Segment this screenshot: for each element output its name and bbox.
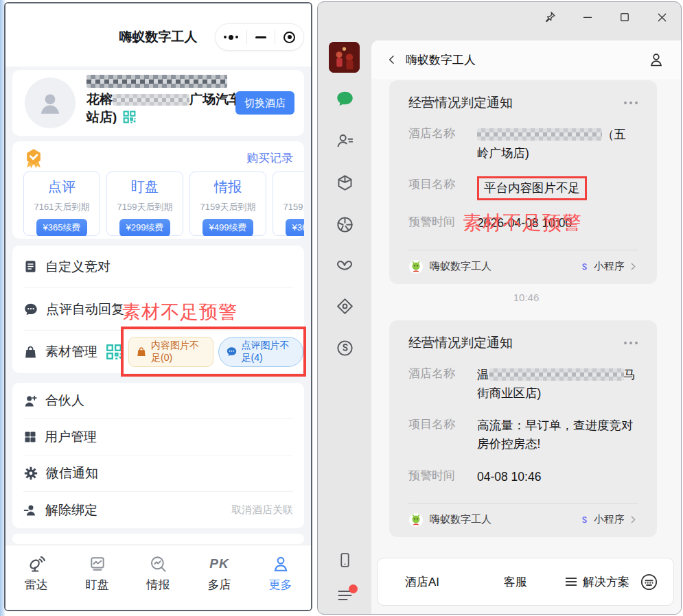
grid-icon <box>23 430 37 444</box>
renew-button[interactable]: ¥365续费 <box>286 219 304 236</box>
menu-item-unbind[interactable]: 解除绑定 取消酒店关联 <box>23 492 293 528</box>
annotation-warning-text: 素材不足预警 <box>122 300 238 324</box>
chart-square-icon <box>89 554 106 574</box>
hotel-name-value: （五岭广场店) <box>477 126 638 163</box>
keyboard-toggle-icon[interactable] <box>640 573 658 591</box>
card-expiry: 7161天后到期 <box>24 201 100 213</box>
tab-label: 盯盘 <box>86 577 109 593</box>
menu-item-custom-competitor[interactable]: 自定义竞对 <box>23 246 293 288</box>
renew-button[interactable]: ¥499续费 <box>202 219 254 236</box>
purchase-history-link[interactable]: 购买记录 <box>246 150 293 166</box>
tab-qingbao[interactable]: 情报 <box>128 554 189 610</box>
more-icon[interactable] <box>624 342 638 344</box>
switch-hotel-button[interactable]: 切换酒店 <box>235 91 294 115</box>
more-options-icon[interactable] <box>224 35 238 40</box>
membership-card-row: 点评 7161天后到期 ¥365续费 盯盘 7159天后到期 ¥299续费 情报… <box>23 171 304 236</box>
hotel-name-tail: 广场汽车 <box>189 92 242 106</box>
close-icon[interactable] <box>283 32 295 43</box>
unbind-hotel-link[interactable]: 取消酒店关联 <box>231 504 293 517</box>
profile-person-icon[interactable] <box>648 51 664 68</box>
person-icon <box>272 554 290 574</box>
chevron-right-icon <box>629 515 638 524</box>
miniprogram-body: 花榕广场汽车站店) 切换酒店 购买记录 点评 <box>5 67 311 610</box>
menu-solutions[interactable]: 解决方案 <box>566 574 629 590</box>
card-title: 点评 <box>24 178 100 196</box>
miniprogram-icon[interactable] <box>336 339 354 357</box>
chat-bubble-icon <box>226 346 238 357</box>
chat-bubble-icon <box>23 302 38 317</box>
contacts-icon[interactable] <box>336 132 354 150</box>
tab-multi-store[interactable]: PK 多店 <box>189 554 250 610</box>
pin-icon[interactable] <box>543 10 557 24</box>
live-icon[interactable] <box>336 297 354 316</box>
user-avatar[interactable] <box>25 78 76 128</box>
field-label: 酒店名称 <box>408 366 477 403</box>
chevron-right-icon <box>629 262 638 271</box>
footer-app-name: 嗨蚁数字工人 <box>430 513 491 526</box>
menu-customer-service[interactable]: 客服 <box>504 574 527 590</box>
menu-item-user-management[interactable]: 用户管理 <box>23 419 293 455</box>
menu-item-label: 解除绑定 <box>45 501 97 519</box>
tab-more[interactable]: 更多 <box>250 554 311 610</box>
field-label: 酒店名称 <box>408 126 477 163</box>
membership-card-dianping[interactable]: 点评 7161天后到期 ¥365续费 <box>23 171 100 236</box>
miniprogram-link[interactable]: 小程序 <box>579 513 638 526</box>
gear-icon <box>23 466 38 481</box>
project-value: 高流量：早订单，查进度竞对房价控房态! <box>477 416 638 453</box>
menu-item-wechat-notification[interactable]: 微信通知 <box>23 455 293 492</box>
menu-item-label: 微信通知 <box>46 464 98 482</box>
qr-code-icon[interactable] <box>122 110 137 124</box>
tab-bar: 雷达 盯盘 <box>5 545 311 610</box>
renew-button[interactable]: ¥299续费 <box>119 219 171 236</box>
tab-label: 多店 <box>208 577 231 593</box>
field-label: 项目名称 <box>408 416 477 453</box>
card-footer[interactable]: 嗨蚁数字工人 小程序 <box>408 250 638 274</box>
tab-radar[interactable]: 雷达 <box>5 554 67 610</box>
back-icon[interactable] <box>386 54 397 65</box>
hotel-name-prefix: 花榕 <box>86 92 113 106</box>
moments-icon[interactable] <box>336 215 354 234</box>
card-footer[interactable]: 嗨蚁数字工人 小程序 <box>408 504 638 528</box>
more-icon[interactable] <box>624 102 638 104</box>
renew-button[interactable]: ¥365续费 <box>36 219 88 236</box>
person-minus-icon <box>23 503 38 517</box>
collections-icon[interactable] <box>336 174 354 192</box>
menu-hotel-ai[interactable]: 酒店AI <box>405 574 439 590</box>
minimize-icon[interactable] <box>255 36 266 38</box>
notification-card[interactable]: 经营情况判定通知 酒店名称 温马街商业区店) 项目名称 高流量：早订单，查进度竞… <box>389 320 657 537</box>
project-name-row: 项目名称 高流量：早订单，查进度竞对房价控房态! <box>408 416 638 453</box>
review-image-warning-pill[interactable]: 点评图片不足(4) <box>218 337 303 367</box>
menu-item-label: 合伙人 <box>45 392 84 410</box>
close-icon[interactable] <box>656 11 669 24</box>
sidebar-icons <box>318 90 371 357</box>
card-title: 预 <box>273 178 304 196</box>
maximize-icon[interactable] <box>618 11 631 23</box>
profile-card: 花榕广场汽车站店) 切换酒店 <box>12 70 304 136</box>
card-title: 盯盘 <box>107 178 183 196</box>
membership-card-dingpan[interactable]: 盯盘 7159天后到期 ¥299续费 <box>106 171 183 236</box>
submenu-icon <box>566 578 577 586</box>
pill-label: 点评图片不足(4) <box>242 340 296 364</box>
phone-icon[interactable] <box>336 552 354 569</box>
notification-card[interactable]: 经营情况判定通知 酒店名称 （五岭广场店) 项目名称 平台内容图片不足 预警时间… <box>389 80 657 284</box>
field-label: 项目名称 <box>408 176 477 200</box>
menu-item-label: 素材管理 <box>45 343 97 361</box>
menu-icon[interactable] <box>336 589 354 602</box>
menu-item-partner[interactable]: 合伙人 <box>23 383 293 419</box>
membership-card-partial[interactable]: 预 7159天后到期 ¥365续费 <box>273 171 304 236</box>
radar-icon <box>27 554 46 574</box>
hotel-name-value: 温马街商业区店) <box>477 366 638 403</box>
user-avatar[interactable] <box>329 42 360 73</box>
miniprogram-link[interactable]: 小程序 <box>579 260 638 273</box>
minimize-icon[interactable] <box>581 11 594 23</box>
chat-icon[interactable] <box>335 90 355 108</box>
membership-card-qingbao[interactable]: 情报 7159天后到期 ¥499续费 <box>189 171 266 236</box>
content-image-warning-pill[interactable]: 内容图片不足(0) <box>128 337 213 367</box>
card-title: 情报 <box>190 178 266 196</box>
channels-icon[interactable] <box>335 257 354 274</box>
official-account-menu: 酒店AI 客服 解决方案 <box>377 558 674 606</box>
membership-badge-icon <box>23 148 44 170</box>
tab-dingpan[interactable]: 盯盘 <box>67 554 128 610</box>
screenshot-canvas: 嗨蚁数字工人 <box>0 0 683 616</box>
chat-panel: 嗨蚁数字工人 经营情况判定通知 酒店名称 （五岭广场店) 项目名称 平台内容图片… <box>371 40 681 614</box>
